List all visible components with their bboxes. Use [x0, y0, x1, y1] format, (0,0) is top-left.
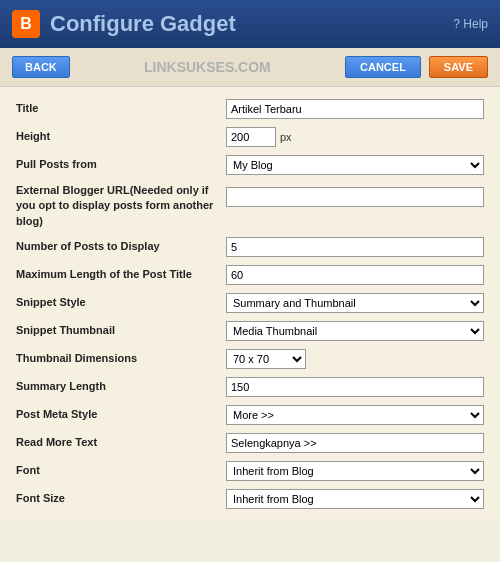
- header-left: B Configure Gadget: [12, 10, 236, 38]
- px-label: px: [280, 131, 292, 143]
- form-row-max-title: Maximum Length of the Post Title: [16, 261, 484, 289]
- control-read-more: [226, 433, 484, 453]
- control-title: [226, 99, 484, 119]
- height-input[interactable]: [226, 127, 276, 147]
- summary-length-input[interactable]: [226, 377, 484, 397]
- label-summary-length: Summary Length: [16, 379, 226, 394]
- control-font-size: Inherit from Blog: [226, 489, 484, 509]
- header: B Configure Gadget ? Help: [0, 0, 500, 48]
- label-font: Font: [16, 463, 226, 478]
- form-row-post-meta-style: Post Meta Style More >>: [16, 401, 484, 429]
- label-read-more: Read More Text: [16, 435, 226, 450]
- back-button[interactable]: BACK: [12, 56, 70, 78]
- control-post-meta-style: More >>: [226, 405, 484, 425]
- label-font-size: Font Size: [16, 491, 226, 506]
- read-more-input[interactable]: [226, 433, 484, 453]
- num-posts-input[interactable]: [226, 237, 484, 257]
- font-size-select[interactable]: Inherit from Blog: [226, 489, 484, 509]
- form-row-pull-posts: Pull Posts from My Blog: [16, 151, 484, 179]
- form-area: Title Height px Pull Posts from My Blog …: [0, 87, 500, 521]
- control-max-title: [226, 265, 484, 285]
- control-external-url: [226, 183, 484, 207]
- thumbnail-dims-select[interactable]: 70 x 70: [226, 349, 306, 369]
- form-row-external-url: External Blogger URL(Needed only if you …: [16, 179, 484, 233]
- page-title: Configure Gadget: [50, 11, 236, 37]
- max-title-input[interactable]: [226, 265, 484, 285]
- form-row-thumbnail-dims: Thumbnail Dimensions 70 x 70: [16, 345, 484, 373]
- title-input[interactable]: [226, 99, 484, 119]
- font-select[interactable]: Inherit from Blog: [226, 461, 484, 481]
- snippet-thumbnail-select[interactable]: Media Thumbnail: [226, 321, 484, 341]
- form-row-font: Font Inherit from Blog: [16, 457, 484, 485]
- control-summary-length: [226, 377, 484, 397]
- form-row-font-size: Font Size Inherit from Blog: [16, 485, 484, 513]
- external-url-input[interactable]: [226, 187, 484, 207]
- control-pull-posts: My Blog: [226, 155, 484, 175]
- form-row-snippet-thumbnail: Snippet Thumbnail Media Thumbnail: [16, 317, 484, 345]
- blogger-logo: B: [12, 10, 40, 38]
- label-thumbnail-dims: Thumbnail Dimensions: [16, 351, 226, 366]
- form-row-summary-length: Summary Length: [16, 373, 484, 401]
- label-snippet-style: Snippet Style: [16, 295, 226, 310]
- control-font: Inherit from Blog: [226, 461, 484, 481]
- pull-posts-select[interactable]: My Blog: [226, 155, 484, 175]
- form-row-height: Height px: [16, 123, 484, 151]
- control-snippet-thumbnail: Media Thumbnail: [226, 321, 484, 341]
- label-height: Height: [16, 129, 226, 144]
- cancel-button[interactable]: CANCEL: [345, 56, 421, 78]
- save-button[interactable]: SAVE: [429, 56, 488, 78]
- control-snippet-style: Summary and Thumbnail: [226, 293, 484, 313]
- label-num-posts: Number of Posts to Display: [16, 239, 226, 254]
- control-num-posts: [226, 237, 484, 257]
- label-external-url: External Blogger URL(Needed only if you …: [16, 183, 226, 229]
- control-height: px: [226, 127, 292, 147]
- label-title: Title: [16, 101, 226, 116]
- form-row-title: Title: [16, 95, 484, 123]
- label-post-meta-style: Post Meta Style: [16, 407, 226, 422]
- label-max-title: Maximum Length of the Post Title: [16, 267, 226, 282]
- form-row-read-more: Read More Text: [16, 429, 484, 457]
- post-meta-style-select[interactable]: More >>: [226, 405, 484, 425]
- form-row-num-posts: Number of Posts to Display: [16, 233, 484, 261]
- form-row-snippet-style: Snippet Style Summary and Thumbnail: [16, 289, 484, 317]
- control-thumbnail-dims: 70 x 70: [226, 349, 484, 369]
- snippet-style-select[interactable]: Summary and Thumbnail: [226, 293, 484, 313]
- label-pull-posts: Pull Posts from: [16, 157, 226, 172]
- label-snippet-thumbnail: Snippet Thumbnail: [16, 323, 226, 338]
- help-link[interactable]: ? Help: [453, 17, 488, 31]
- brand-text: LINKSUKSES.COM: [78, 59, 337, 75]
- toolbar: BACK LINKSUKSES.COM CANCEL SAVE: [0, 48, 500, 87]
